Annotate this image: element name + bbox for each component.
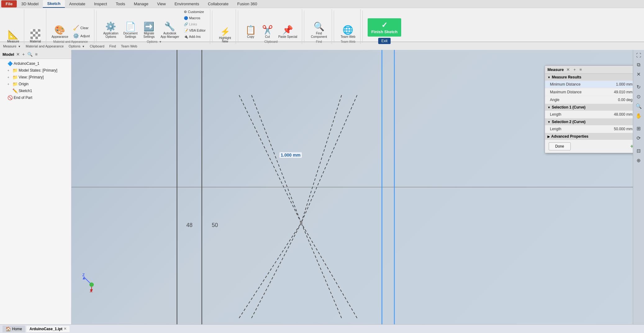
measure-results-header[interactable]: ▼ Measure Results (545, 74, 637, 81)
measure-bottom-label[interactable]: Measure ▼ (3, 44, 21, 48)
measure-panel-menu-icon[interactable]: ≡ (578, 67, 583, 72)
cut-button[interactable]: ✂️ Cut (260, 25, 275, 39)
appearance-group-label: Material and Appearance (53, 40, 88, 44)
arduinocase-tab-close-icon[interactable]: ✕ (64, 327, 66, 331)
finish-sketch-button[interactable]: ✓ Finish Sketch (368, 18, 401, 37)
doc-settings-button[interactable]: 📄 DocumentSettings (122, 21, 139, 39)
canvas-area[interactable]: 48 50 1.000 mm Z X Measure (71, 50, 644, 324)
paste-special-icon: 📌 (282, 26, 293, 34)
ribbon-group-options: ⚙️ ApplicationOptions 📄 DocumentSettings… (98, 9, 210, 44)
adjust-icon: ⚙️ (73, 33, 79, 39)
ribbon-content: 📐 Measure Material 🎨 Appearance (0, 8, 644, 45)
close-viewport-icon[interactable]: ✕ (635, 70, 642, 79)
material-appearance-bottom-label[interactable]: Material and Appearance (26, 44, 64, 48)
ribbon-group-highlight: ⚡ HighlightNew (214, 9, 236, 44)
customize-button[interactable]: ⚙ Customize (183, 9, 207, 15)
tree-item-view[interactable]: + 📁 View: [Primary] (0, 74, 71, 81)
advanced-props-header[interactable]: ▶ Advanced Properties (545, 133, 637, 140)
tree-item-arduinocase[interactable]: 🔷 ArduinoCase_1 (0, 60, 71, 67)
selection2-section: ▼ Selection 2 (Curve) Length 50.000 mm (545, 118, 637, 133)
find-bottom-label[interactable]: Find (109, 44, 116, 48)
zoom-fit-icon[interactable]: ⊞ (635, 124, 642, 133)
exit-button[interactable]: Exit (378, 38, 391, 44)
tab-inspect[interactable]: Inspect (90, 0, 111, 7)
ribbon-tabs: File 3D Model Sketch Annotate Inspect To… (0, 0, 644, 8)
svg-line-5 (301, 95, 342, 223)
cut-label: Cut (265, 35, 270, 38)
tab-file[interactable]: File (1, 0, 17, 7)
selection2-length-value: 50.000 mm (614, 127, 633, 131)
appearance-button[interactable]: 🎨 Appearance (50, 25, 70, 39)
svg-line-6 (301, 95, 357, 223)
team-web-button[interactable]: 🌐 Team Web (339, 25, 357, 39)
tab-3dmodel[interactable]: 3D Model (17, 0, 43, 7)
tree-item-modelstates[interactable]: + 📁 Model States: [Primary] (0, 67, 71, 74)
adjust-button[interactable]: ⚙️ Adjust (72, 32, 91, 39)
layers-icon[interactable]: ⊟ (635, 146, 642, 155)
measure-button[interactable]: 📐 Measure (6, 29, 21, 44)
tab-view[interactable]: View (153, 0, 170, 7)
tab-collaborate[interactable]: Collaborate (203, 0, 233, 7)
tab-home[interactable]: 🏠 Home (2, 326, 25, 332)
sketch1-label: Sketch1 (19, 89, 32, 93)
vba-editor-button[interactable]: 📝 VBA Editor (183, 28, 207, 33)
measure-panel-close-icon[interactable]: ✕ (565, 67, 571, 72)
pan-icon[interactable]: ✋ (634, 111, 643, 120)
tab-arduinocase[interactable]: ArduinoCase_1.ipt ✕ (26, 326, 70, 332)
teamweb-bottom-label[interactable]: Team Web (121, 44, 137, 48)
clipboard-bottom-label[interactable]: Clipboard (90, 44, 104, 48)
find-component-button[interactable]: 🔍 FindComponent (309, 21, 329, 39)
maximize-icon[interactable]: ⛶ (635, 51, 643, 60)
macros-button[interactable]: 🔵 Macros (183, 16, 207, 21)
tab-annotate[interactable]: Annotate (65, 0, 90, 7)
tab-manage[interactable]: Manage (129, 0, 153, 7)
tab-fusion360[interactable]: Fusion 360 (233, 0, 261, 7)
zoom-icon[interactable]: 🔍 (634, 102, 643, 111)
done-button[interactable]: Done (549, 142, 571, 150)
max-distance-label: Maximum Distance (550, 90, 614, 94)
sidebar-close-icon[interactable]: ✕ (16, 51, 20, 57)
measure-panel-add-icon[interactable]: + (572, 67, 577, 72)
app-options-button[interactable]: ⚙️ ApplicationOptions (102, 21, 120, 39)
orbit-icon[interactable]: ↻ (635, 82, 642, 91)
options-bottom-label[interactable]: Options ▼ (69, 44, 85, 48)
selection1-header[interactable]: ▼ Selection 1 (Curve) (545, 104, 637, 111)
min-distance-value: 1.000 mm (616, 82, 633, 87)
selection2-length-row: Length 50.000 mm (545, 125, 637, 133)
look-at-icon[interactable]: ⊙ (635, 92, 642, 101)
app-options-icon: ⚙️ (105, 22, 116, 31)
selection1-length-row: Length 48.000 mm (545, 111, 637, 118)
selection1-length-label: Length (550, 112, 614, 117)
svg-line-9 (301, 223, 342, 318)
clear-button[interactable]: 🧹 Clear (72, 24, 91, 31)
app-manager-button[interactable]: 🔧 AutodeskApp Manager (159, 21, 181, 39)
finish-sketch-checkmark-icon: ✓ (381, 21, 388, 29)
paste-special-button[interactable]: 📌 Paste Special (277, 25, 299, 39)
settings-icon[interactable]: ⊕ (635, 156, 642, 165)
sidebar-search-icon[interactable]: 🔍 (27, 51, 33, 57)
restore-icon[interactable]: ⧉ (635, 60, 642, 69)
copy-button[interactable]: 📋 Copy (243, 25, 258, 39)
tree-item-sketch1[interactable]: ✏️ Sketch1 (0, 87, 71, 94)
clear-icon: 🧹 (73, 25, 79, 31)
material-button[interactable]: Material (28, 28, 43, 44)
rotate-icon[interactable]: ⟳ (635, 134, 642, 143)
sidebar-menu-icon[interactable]: ≡ (34, 51, 38, 57)
view-icon: 📁 (12, 75, 17, 80)
find-group-label: Find (316, 40, 322, 44)
tab-tools[interactable]: Tools (111, 0, 129, 7)
tab-environments[interactable]: Environments (170, 0, 203, 7)
tree-item-origin[interactable]: + 📁 Origin (0, 81, 71, 87)
svg-line-7 (239, 223, 301, 318)
addins-button[interactable]: 🔌 Add-Ins (183, 34, 207, 39)
migrate-settings-button[interactable]: ➡️ MigrateSettings (141, 21, 157, 39)
copy-icon: 📋 (245, 26, 256, 34)
links-button[interactable]: 🔗 Links (183, 22, 207, 27)
tree-item-endofpart[interactable]: 🚫 End of Part (0, 94, 71, 101)
origin-label: Origin (19, 82, 29, 86)
tab-sketch[interactable]: Sketch (43, 0, 65, 8)
highlight-new-button[interactable]: ⚡ HighlightNew (217, 27, 233, 44)
sidebar-add-icon[interactable]: + (22, 51, 25, 57)
selection2-header[interactable]: ▼ Selection 2 (Curve) (545, 118, 637, 125)
measure-panel: Measure ✕ + ≡ ▼ Measure Results Minimum … (545, 65, 638, 153)
